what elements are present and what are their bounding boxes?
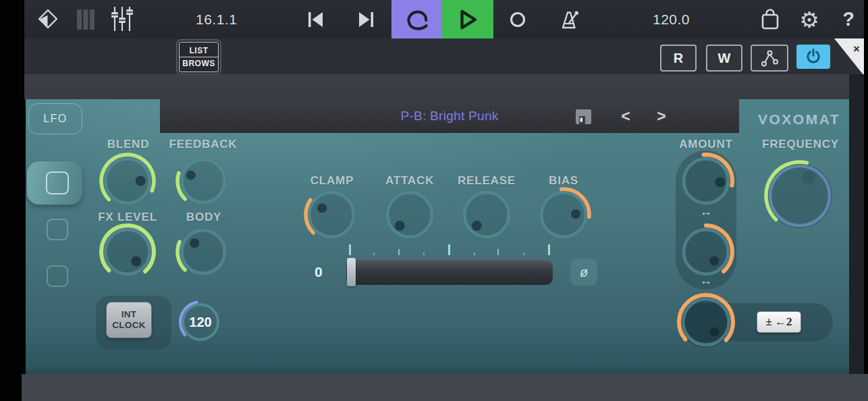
slider-value: 0 — [315, 264, 323, 280]
fx-level-knob[interactable] — [95, 219, 160, 284]
record-button[interactable] — [508, 10, 526, 28]
power-icon — [805, 48, 822, 65]
slider-tick — [398, 249, 400, 255]
frequency-label: FREQUENCY — [762, 138, 839, 151]
clock-rate-knob[interactable]: 120 — [176, 298, 225, 346]
phase-invert-button[interactable]: ø — [570, 259, 597, 286]
plugin-brand: VOXOMAT — [758, 111, 840, 128]
blend-knob[interactable] — [95, 149, 160, 213]
play-icon — [456, 8, 479, 31]
slider-tick — [423, 252, 425, 255]
amount-knob-1[interactable] — [674, 149, 738, 213]
mod-slot-3-checkbox[interactable] — [47, 265, 68, 287]
keys-editor-icon[interactable] — [76, 8, 96, 30]
slider-tick — [448, 244, 450, 255]
save-preset-icon[interactable] — [574, 108, 592, 125]
gear-glyph: ⚙ — [799, 9, 819, 31]
amount2-range-icon[interactable]: ↔ — [700, 274, 713, 287]
play-button[interactable] — [442, 0, 493, 38]
app-window: 16.1.1 — [0, 0, 868, 401]
mod-slot-2-checkbox[interactable] — [47, 219, 68, 240]
slider-tick — [497, 249, 499, 255]
slider-tick — [373, 252, 375, 255]
plugin-power-button[interactable] — [796, 45, 830, 69]
frequency-knob[interactable] — [759, 155, 840, 236]
bias-knob[interactable] — [531, 182, 596, 247]
tempo-display[interactable]: 120.0 — [653, 11, 690, 28]
forward-button[interactable] — [356, 10, 377, 28]
slider-tick — [349, 244, 351, 255]
help-button[interactable]: ? — [838, 6, 859, 32]
next-preset-button[interactable]: > — [651, 107, 672, 126]
list-label: LIST — [180, 45, 218, 57]
body-knob[interactable] — [171, 219, 236, 284]
metronome-icon[interactable] — [559, 9, 580, 30]
int-clock-label: INT CLOCK — [111, 309, 146, 330]
cycle-icon — [403, 6, 431, 33]
list-browse-toggle[interactable]: LIST BROWS — [179, 42, 219, 72]
mod-slot-1-checkbox[interactable] — [46, 171, 69, 194]
bottom-bar — [22, 374, 868, 401]
close-plugin-icon[interactable]: × — [849, 42, 864, 57]
depth-knob[interactable] — [674, 290, 738, 354]
settings-gear-icon[interactable]: ⚙ — [796, 6, 822, 33]
shop-bag-icon[interactable] — [759, 7, 782, 32]
offset-slider-handle[interactable] — [347, 258, 356, 286]
routing-button[interactable] — [751, 45, 788, 72]
write-automation-button[interactable]: W — [706, 45, 742, 72]
svg-text:120: 120 — [189, 315, 211, 329]
browse-label: BROWS — [180, 57, 218, 69]
range-mode-button[interactable]: ± ←2 — [757, 311, 801, 333]
prev-preset-button[interactable]: < — [616, 107, 636, 126]
offset-slider-track[interactable] — [346, 259, 553, 285]
feedback-knob[interactable] — [171, 149, 236, 213]
clamp-knob[interactable] — [299, 182, 364, 247]
slider-tick — [548, 244, 550, 255]
release-knob[interactable] — [454, 182, 519, 247]
slider-tick — [474, 252, 475, 255]
routing-nodes-icon — [759, 49, 780, 68]
preset-bar: P-B: Bright Punk < > — [160, 99, 739, 133]
tab-lfo[interactable]: LFO — [28, 103, 82, 134]
project-cube-icon[interactable] — [36, 7, 59, 31]
cycle-button[interactable] — [391, 0, 442, 38]
mixer-icon[interactable] — [109, 6, 135, 32]
slider-tick — [523, 252, 524, 255]
song-position-display[interactable]: 16.1.1 — [196, 11, 237, 28]
int-clock-button[interactable]: INT CLOCK — [106, 302, 152, 338]
attack-knob[interactable] — [377, 182, 442, 247]
slider-ruler — [341, 243, 557, 258]
amount1-range-icon[interactable]: ↔ — [700, 205, 713, 218]
window-divider-strip — [24, 74, 864, 99]
right-gutter — [849, 74, 864, 374]
read-automation-button[interactable]: R — [660, 45, 697, 72]
rewind-button[interactable] — [305, 10, 325, 28]
